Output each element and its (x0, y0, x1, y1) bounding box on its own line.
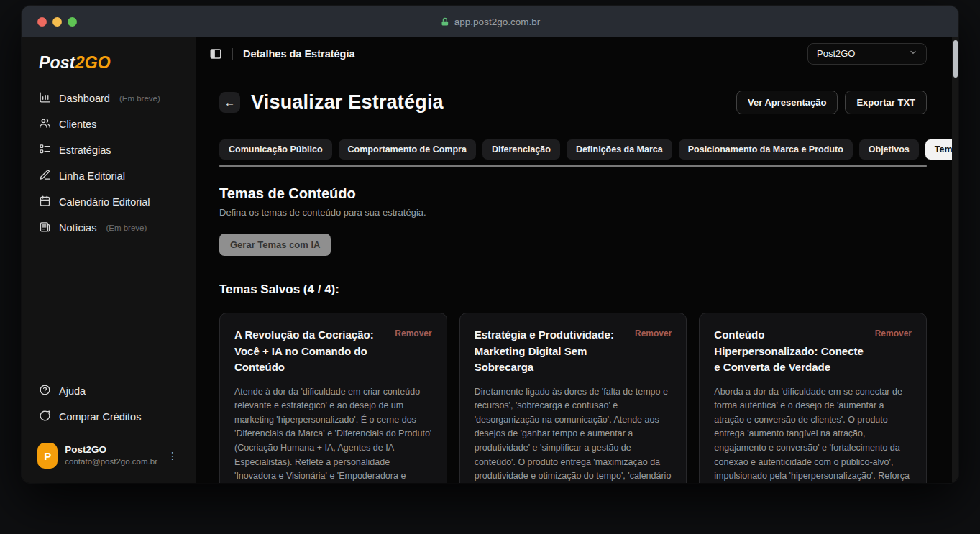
generate-themes-button[interactable]: Gerar Temas com IA (219, 234, 331, 256)
back-button[interactable]: ← (219, 92, 240, 113)
close-window-button[interactable] (37, 17, 47, 27)
vertical-scrollbar[interactable] (952, 37, 958, 483)
sidebar-item-comprar-creditos[interactable]: Comprar Créditos (32, 405, 186, 428)
logo-text-accent: 2GO (75, 53, 111, 72)
main-area: Detalhes da Estratégia Post2GO ← Visuali… (196, 37, 958, 483)
remove-theme-link[interactable]: Remover (875, 328, 912, 339)
page-title: Visualizar Estratégia (251, 91, 444, 114)
sidebar-item-label: Linha Editorial (59, 170, 125, 182)
sidebar-item-label: Comprar Créditos (59, 411, 141, 423)
sidebar-item-calendario-editorial[interactable]: Calendário Editorial (32, 190, 186, 213)
theme-card-body: Aborda a dor da 'dificuldade em se conec… (714, 385, 912, 484)
coming-soon-badge: (Em breve) (119, 94, 160, 103)
minimize-window-button[interactable] (52, 17, 62, 27)
sidebar-item-estrategias[interactable]: Estratégias (32, 139, 186, 162)
sidebar-item-noticias[interactable]: Notícias (Em breve) (32, 216, 186, 239)
sidebar-item-label: Estratégias (59, 144, 111, 156)
logo-text-primary: Post (39, 53, 75, 72)
sidebar-item-label: Ajuda (59, 385, 86, 397)
calendar-icon (39, 195, 51, 209)
url-text: app.post2go.com.br (454, 17, 540, 27)
section-title: Temas de Conteúdo (219, 185, 927, 202)
saved-themes-heading: Temas Salvos (4 / 4): (219, 282, 927, 297)
sidebar-nav: Dashboard (Em breve) Clientes Estratégia… (22, 83, 196, 244)
profile-email: contato@post2go.com.br (65, 456, 157, 466)
sidebar-item-label: Dashboard (59, 93, 110, 104)
page-title-row: ← Visualizar Estratégia Ver Apresentação… (219, 91, 927, 114)
ellipsis-vertical-icon[interactable]: ⋮ (165, 450, 180, 461)
export-txt-button[interactable]: Exportar TXT (845, 91, 927, 114)
sidebar-item-label: Notícias (59, 222, 96, 234)
main-header: Detalhes da Estratégia Post2GO (196, 37, 958, 70)
theme-card: Estratégia e Produtividade: Marketing Di… (459, 313, 687, 483)
profile-meta: Post2GO contato@post2go.com.br (65, 444, 157, 466)
view-presentation-button[interactable]: Ver Apresentação (736, 91, 838, 114)
theme-card: A Revolução da Cocriação: Você + IA no C… (219, 313, 447, 483)
zoom-window-button[interactable] (68, 17, 77, 27)
sidebar-item-dashboard[interactable]: Dashboard (Em breve) (32, 87, 186, 110)
workspace-select-value: Post2GO (817, 48, 855, 59)
tabs-horizontal-scrollbar[interactable] (219, 165, 927, 167)
coming-soon-badge: (Em breve) (106, 224, 147, 232)
tab-definicoes-da-marca[interactable]: Definições da Marca (567, 139, 672, 160)
title-actions: Ver Apresentação Exportar TXT (736, 91, 927, 114)
sidebar-footer: Ajuda Comprar Créditos (22, 375, 196, 431)
chevron-down-icon (909, 48, 917, 59)
theme-card-title: A Revolução da Cocriação: Você + IA no C… (234, 327, 395, 376)
user-profile[interactable]: P Post2GO contato@post2go.com.br ⋮ (32, 438, 186, 473)
browser-window: app.post2go.com.br Post2GO Dashboard (Em… (22, 6, 958, 483)
tab-objetivos[interactable]: Objetivos (859, 139, 919, 160)
theme-cards: A Revolução da Cocriação: Você + IA no C… (219, 313, 927, 483)
strategy-tabs: Comunicação Público Comportamento de Com… (219, 139, 927, 160)
section-subtitle: Defina os temas de conteúdo para sua est… (219, 207, 927, 218)
tab-posicionamento-da-marca-e-produto[interactable]: Posicionamento da Marca e Produto (679, 139, 853, 160)
temas-section: Temas de Conteúdo Defina os temas de con… (219, 185, 927, 483)
theme-card-body: Diretamente ligado às dores de 'falta de… (475, 385, 672, 484)
profile-name: Post2GO (65, 444, 157, 456)
tab-diferenciacao[interactable]: Diferenciação (482, 139, 560, 160)
breadcrumb-title: Detalhes da Estratégia (243, 48, 355, 60)
sidebar-item-clientes[interactable]: Clientes (32, 113, 186, 136)
theme-card-title: Conteúdo Hiperpersonalizado: Conecte e C… (714, 327, 874, 376)
tab-comunicacao-publico[interactable]: Comunicação Público (219, 139, 332, 160)
pencil-icon (39, 169, 51, 183)
sidebar-item-label: Calendário Editorial (59, 196, 150, 208)
sidebar-item-label: Clientes (59, 119, 96, 130)
theme-card-body: Atende à dor da 'dificuldade em criar co… (234, 385, 432, 484)
browser-titlebar: app.post2go.com.br (22, 6, 958, 37)
workspace-select[interactable]: Post2GO (807, 43, 927, 65)
address-bar[interactable]: app.post2go.com.br (440, 6, 540, 37)
lock-icon (440, 17, 449, 27)
news-icon (39, 221, 51, 235)
list-checklist-icon (39, 143, 51, 157)
remove-theme-link[interactable]: Remover (635, 328, 672, 339)
message-circle-icon (39, 410, 51, 424)
window-controls (37, 17, 77, 27)
sidebar-item-ajuda[interactable]: Ajuda (32, 379, 186, 402)
sidebar: Post2GO Dashboard (Em breve) Clientes Es… (22, 37, 196, 483)
remove-theme-link[interactable]: Remover (395, 328, 431, 339)
bar-chart-icon (39, 91, 51, 106)
app-logo: Post2GO (22, 37, 196, 83)
avatar: P (37, 443, 58, 469)
theme-card-title: Estratégia e Produtividade: Marketing Di… (475, 327, 635, 376)
vertical-scrollbar-thumb[interactable] (953, 40, 958, 78)
help-circle-icon (39, 384, 51, 398)
tab-comportamento-de-compra[interactable]: Comportamento de Compra (339, 139, 476, 160)
sidebar-item-linha-editorial[interactable]: Linha Editorial (32, 165, 186, 188)
users-icon (39, 117, 51, 132)
page-content: ← Visualizar Estratégia Ver Apresentação… (196, 70, 958, 483)
sidebar-toggle-icon[interactable] (209, 47, 222, 60)
theme-card: Conteúdo Hiperpersonalizado: Conecte e C… (699, 313, 927, 483)
header-divider (232, 48, 233, 60)
